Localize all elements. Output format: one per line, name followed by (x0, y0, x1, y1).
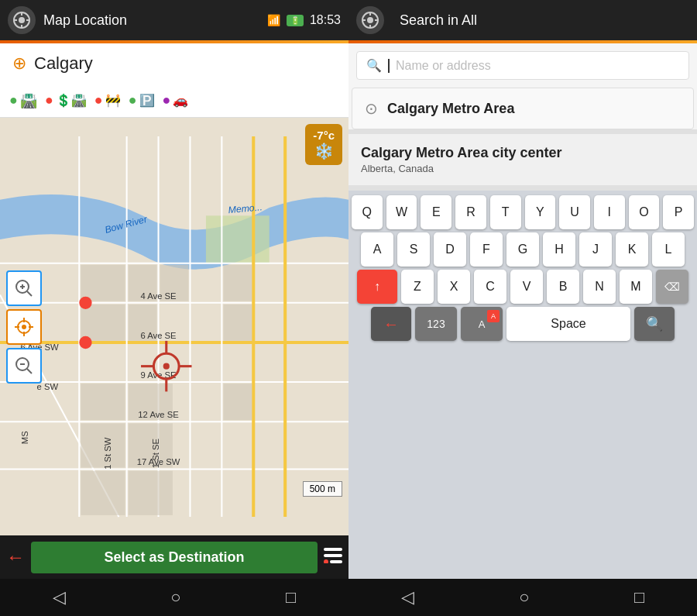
svg-point-1 (19, 17, 25, 23)
poi-highway[interactable]: ● 🛣️ (9, 92, 37, 109)
locate-button[interactable] (6, 309, 42, 345)
poi-bar: ● 🛣️ ● 💲🛣️ ● 🚧 ● 🅿️ ● 🚗 (0, 84, 348, 118)
key-h[interactable]: H (543, 232, 575, 267)
right-orange-bar (348, 40, 697, 43)
scale-bar: 500 m (303, 481, 342, 497)
left-nav-back[interactable]: ◁ (53, 587, 66, 607)
key-y[interactable]: Y (525, 195, 556, 229)
key-t[interactable]: T (490, 195, 521, 229)
result-2-sub: Alberta, Canada (361, 163, 561, 174)
poi-construction-icon: 🚧 (105, 93, 121, 108)
search-bar[interactable]: 🔍 Name or address (356, 51, 689, 80)
left-header-right: 📶 🔋 18:53 (267, 13, 341, 27)
map-container[interactable]: 4 Ave SE 6 Ave SE 9 Ave SE 12 Ave SE 17 … (0, 118, 348, 535)
key-f[interactable]: F (470, 232, 503, 267)
key-del[interactable]: ⌫ (656, 270, 688, 304)
poi-toll-dot: ● (45, 92, 53, 108)
right-nav-home[interactable]: ○ (519, 587, 529, 607)
key-v[interactable]: V (510, 270, 543, 304)
key-abc[interactable]: A A (461, 307, 503, 341)
left-nav-home[interactable]: ○ (170, 587, 180, 607)
city-bar: ⊕ Calgary (0, 43, 348, 84)
key-shift[interactable]: ↑ (357, 270, 397, 304)
right-nav-recent[interactable]: □ (634, 587, 644, 607)
poi-car-dot: ● (163, 92, 171, 108)
left-action-bar: ← Select as Destination (0, 535, 348, 579)
key-space[interactable]: Space (506, 307, 630, 341)
svg-rect-70 (324, 554, 342, 557)
left-nav-recent[interactable]: □ (286, 587, 296, 607)
svg-point-48 (79, 297, 91, 309)
poi-highway-dot: ● (9, 92, 18, 108)
keyboard: Q W E R T Y U I O P A S D F G H J K L ↑ … (348, 191, 697, 579)
key-n[interactable]: N (583, 270, 616, 304)
key-123[interactable]: 123 (415, 307, 457, 341)
right-nav-back[interactable]: ◁ (401, 587, 414, 607)
left-panel: Map Location 📶 🔋 18:53 ⊕ Calgary ● 🛣️ ● … (0, 0, 348, 616)
key-a[interactable]: A (361, 232, 393, 267)
zoom-in-button[interactable] (6, 270, 42, 306)
svg-text:MS: MS (20, 431, 29, 444)
svg-text:e SW: e SW (37, 382, 59, 391)
key-j[interactable]: J (579, 232, 612, 267)
right-header-icon (356, 6, 384, 34)
key-g[interactable]: G (506, 232, 539, 267)
signal-icon: 📶 (267, 14, 280, 26)
key-back[interactable]: ← (371, 307, 411, 341)
right-header-title: Search in All (400, 12, 477, 29)
svg-rect-31 (223, 384, 252, 420)
key-z[interactable]: Z (401, 270, 434, 304)
key-b[interactable]: B (547, 270, 579, 304)
left-back-button[interactable]: ← (6, 546, 25, 568)
key-d[interactable]: D (434, 232, 466, 267)
svg-rect-29 (81, 384, 125, 420)
poi-parking-dot: ● (129, 92, 137, 108)
key-e[interactable]: E (421, 195, 452, 229)
key-r[interactable]: R (455, 195, 486, 229)
key-c[interactable]: C (474, 270, 506, 304)
poi-toll-icon: 💲🛣️ (56, 93, 87, 108)
svg-text:4 Ave SE: 4 Ave SE (141, 291, 177, 301)
key-s[interactable]: S (397, 232, 430, 267)
search-result-1[interactable]: ⊙ Calgary Metro Area (352, 88, 694, 129)
poi-toll[interactable]: ● 💲🛣️ (45, 92, 87, 108)
svg-rect-35 (129, 471, 173, 515)
key-m[interactable]: M (620, 270, 652, 304)
key-w[interactable]: W (386, 195, 417, 229)
svg-rect-28 (223, 305, 252, 341)
svg-rect-25 (81, 305, 125, 341)
weather-temp: -7°c (313, 129, 335, 142)
key-p[interactable]: P (663, 195, 694, 229)
battery-icon: 🔋 (287, 15, 304, 26)
key-l[interactable]: L (652, 232, 685, 267)
search-icon: 🔍 (366, 58, 382, 73)
svg-point-74 (367, 17, 373, 23)
menu-button[interactable] (324, 548, 342, 567)
key-q[interactable]: Q (352, 195, 383, 229)
weather-icon-display: ❄️ (313, 142, 335, 160)
poi-parking[interactable]: ● 🅿️ (129, 92, 155, 108)
svg-rect-71 (330, 560, 342, 563)
svg-text:6 Ave SE: 6 Ave SE (141, 331, 177, 340)
key-row-bottom: ← 123 A A Space 🔍 (352, 307, 694, 341)
zoom-out-button[interactable] (6, 348, 42, 384)
svg-rect-34 (81, 471, 125, 515)
svg-rect-27 (223, 265, 252, 301)
poi-construction[interactable]: ● 🚧 (94, 92, 121, 108)
poi-construction-dot: ● (94, 92, 103, 108)
search-result-2[interactable]: Calgary Metro Area city center Alberta, … (348, 134, 697, 186)
svg-rect-69 (324, 548, 342, 551)
select-destination-button[interactable]: Select as Destination (31, 542, 318, 573)
key-search[interactable]: 🔍 (634, 307, 675, 341)
key-o[interactable]: O (629, 195, 660, 229)
key-k[interactable]: K (616, 232, 648, 267)
poi-car-icon: 🚗 (173, 93, 188, 108)
poi-car[interactable]: ● 🚗 (163, 92, 189, 108)
key-i[interactable]: I (594, 195, 625, 229)
city-name: Calgary (34, 53, 93, 74)
key-u[interactable]: U (559, 195, 590, 229)
right-header: Search in All (348, 0, 697, 40)
svg-line-68 (27, 369, 32, 373)
key-x[interactable]: X (438, 270, 470, 304)
key-row-3: ↑ Z X C V B N M ⌫ (352, 270, 694, 304)
